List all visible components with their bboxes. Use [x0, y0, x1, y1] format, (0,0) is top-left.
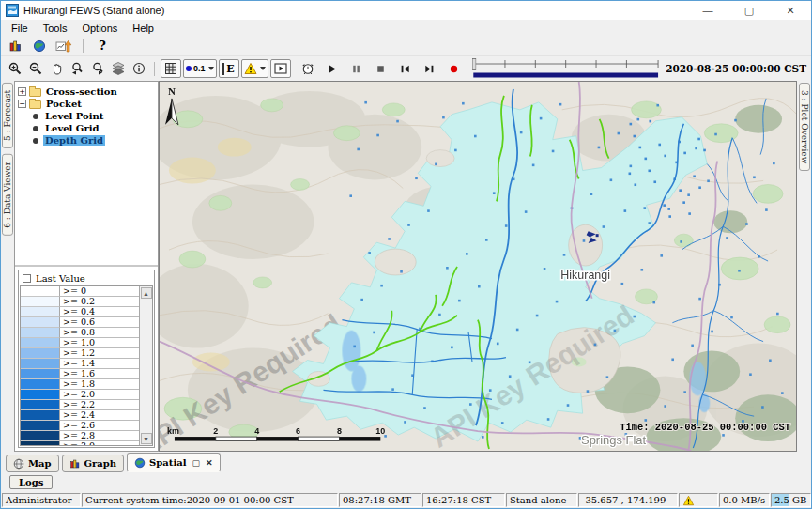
- legend-color-swatch: [21, 307, 60, 317]
- legend-color-swatch: [21, 431, 60, 441]
- legend-color-swatch: [21, 400, 60, 410]
- tab-map[interactable]: Map: [6, 455, 59, 472]
- tree-item-label: Cross-section: [44, 86, 119, 97]
- tab-graph[interactable]: Graph: [62, 455, 125, 472]
- expand-icon[interactable]: +: [18, 87, 26, 96]
- app-window: Hikurangi FEWS (Stand alone) — ▢ ✕ File …: [0, 0, 812, 509]
- map-time-label: Time: 2020-08-25 00:00:00 CST: [620, 422, 790, 433]
- undock-panel-icon[interactable]: ▢: [192, 458, 201, 468]
- left-tab-strip: 5 : Forecast 6 : Data Viewer: [1, 81, 14, 452]
- scroll-up-icon[interactable]: ▲: [141, 287, 152, 299]
- zoom-next-button[interactable]: [87, 59, 108, 78]
- svg-text:km: km: [167, 426, 179, 436]
- globe-icon: [33, 39, 46, 53]
- menu-options[interactable]: Options: [74, 22, 125, 35]
- tree-item-label: Level Grid: [43, 123, 100, 133]
- collapse-icon[interactable]: −: [18, 100, 26, 108]
- pause-button[interactable]: [346, 59, 367, 78]
- left-panel: + Cross-section − Pocket Level Point Lev…: [14, 81, 159, 452]
- menu-help[interactable]: Help: [125, 22, 161, 35]
- svg-text:8: 8: [337, 426, 342, 436]
- status-download-rate: 0.0 MB/s: [719, 493, 770, 507]
- minimize-button[interactable]: —: [687, 1, 728, 20]
- legend-color-swatch: [21, 317, 60, 328]
- close-panel-icon[interactable]: ✕: [206, 458, 213, 468]
- thresholds-dropdown[interactable]: [241, 59, 268, 78]
- toolbar-separator: [83, 39, 84, 53]
- tab-plot-overview[interactable]: 3 : Plot Overview: [799, 83, 810, 171]
- pan-button[interactable]: [46, 59, 67, 78]
- time-slider[interactable]: [472, 57, 661, 80]
- skip-to-start-button[interactable]: [395, 59, 416, 78]
- info-button[interactable]: [129, 59, 149, 78]
- skip-start-icon: [399, 63, 411, 75]
- time-slider-handle[interactable]: [472, 59, 475, 70]
- status-bar: Administrator Current system time:2020-0…: [1, 492, 811, 508]
- tree-item-pocket[interactable]: − Pocket: [18, 98, 155, 110]
- map-view[interactable]: API Key Required API Key Required: [159, 81, 797, 452]
- menu-bar: File Tools Options Help: [1, 20, 811, 36]
- legend-color-swatch: [21, 421, 60, 431]
- close-button[interactable]: ✕: [770, 1, 811, 20]
- zoom-previous-button[interactable]: [67, 59, 87, 78]
- tree-item-label: Pocket: [44, 99, 84, 109]
- zoom-out-icon: [29, 62, 42, 75]
- animation-button[interactable]: [270, 59, 291, 78]
- legend-color-swatch: [21, 410, 60, 421]
- tree-item-level-grid[interactable]: Level Grid: [18, 122, 155, 134]
- map-toolbar: 0.1 E 2020-08-25 00:00:00 CST: [1, 55, 811, 81]
- right-tab-strip: 3 : Plot Overview: [797, 81, 811, 452]
- help-button[interactable]: ?: [92, 37, 113, 55]
- record-button[interactable]: [444, 59, 465, 78]
- tree-item-label-selected: Depth Grid: [43, 135, 105, 146]
- play-button[interactable]: [322, 59, 343, 78]
- status-gmt-time: 08:27:18 GMT: [339, 493, 421, 507]
- legend-color-swatch: [21, 286, 60, 297]
- status-memory: 2.5 GB: [771, 493, 811, 507]
- menu-tools[interactable]: Tools: [36, 22, 75, 35]
- database-viewer-button[interactable]: [5, 37, 25, 55]
- tab-data-viewer[interactable]: 6 : Data Viewer: [2, 154, 13, 236]
- folder-icon: [29, 100, 41, 109]
- stop-button[interactable]: [371, 59, 391, 78]
- maximize-button[interactable]: ▢: [728, 1, 770, 20]
- menu-file[interactable]: File: [4, 22, 36, 35]
- checkbox-icon[interactable]: [23, 274, 31, 283]
- tree-item-level-point[interactable]: Level Point: [18, 110, 155, 122]
- timer-button[interactable]: [298, 59, 318, 78]
- timeline-datetime: 2020-08-25 00:00:00 CST: [666, 63, 806, 74]
- legend-scrollbar[interactable]: ▲ ▼: [139, 286, 152, 445]
- legend-row-label: >= 3.0: [60, 441, 139, 446]
- logs-row: Logs: [1, 472, 811, 492]
- class-interval-dropdown[interactable]: 0.1: [183, 59, 217, 78]
- main-area: 5 : Forecast 6 : Data Viewer + Cross-sec…: [1, 81, 811, 452]
- toolbar-separator: [154, 62, 155, 76]
- legend-row[interactable]: >= 3.0: [21, 441, 152, 446]
- globe-icon: [13, 458, 24, 470]
- legend-color-swatch: [21, 348, 60, 359]
- logs-button[interactable]: Logs: [9, 475, 53, 489]
- grid-display-button[interactable]: [161, 59, 181, 78]
- time-navigator: 2020-08-25 00:00:00 CST: [472, 57, 806, 80]
- skip-to-end-button[interactable]: [420, 59, 440, 78]
- window-title: Hikurangi FEWS (Stand alone): [23, 5, 164, 16]
- layers-button[interactable]: [108, 59, 129, 78]
- zoom-out-button[interactable]: [25, 59, 46, 78]
- top-toolbar: ?: [1, 36, 811, 55]
- legend-color-swatch: [21, 338, 60, 348]
- scroll-down-icon[interactable]: ▼: [141, 433, 152, 444]
- status-warning-cell[interactable]: [679, 493, 718, 507]
- scale-button[interactable]: E: [219, 59, 239, 78]
- tree-item-depth-grid[interactable]: Depth Grid: [18, 134, 155, 147]
- svg-text:4: 4: [254, 426, 259, 436]
- last-value-option[interactable]: Last Value: [19, 270, 154, 285]
- import-timeseries-button[interactable]: [54, 37, 74, 55]
- tab-forecast[interactable]: 5 : Forecast: [2, 83, 13, 148]
- title-bar: Hikurangi FEWS (Stand alone) — ▢ ✕: [1, 1, 811, 20]
- spatial-display-button[interactable]: [29, 37, 50, 55]
- tree-item-cross-section[interactable]: + Cross-section: [18, 85, 155, 98]
- skip-end-icon: [423, 63, 436, 75]
- zoom-in-button[interactable]: [5, 59, 25, 78]
- bullet-icon: [33, 126, 38, 131]
- tab-spatial[interactable]: Spatial ▢ ✕: [127, 453, 220, 472]
